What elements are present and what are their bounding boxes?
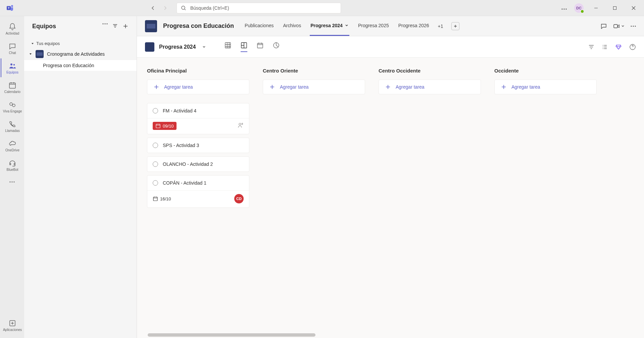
rail-more-button[interactable] (1, 175, 23, 189)
svg-rect-24 (225, 43, 231, 48)
team-row[interactable]: Cronograma de Actividades (24, 48, 137, 60)
filter-icon[interactable] (112, 23, 118, 29)
plus-icon (153, 84, 159, 90)
horizontal-scrollbar[interactable] (148, 333, 315, 337)
tab-overflow[interactable]: +1 (438, 23, 443, 29)
add-task-button[interactable]: Agregar tarea (147, 80, 249, 94)
filter-button[interactable] (588, 44, 594, 50)
premium-icon[interactable] (615, 44, 622, 50)
user-avatar[interactable]: DC (574, 3, 584, 13)
teams-section-toggle[interactable]: Tus equipos (24, 39, 137, 48)
chat-icon (8, 42, 16, 50)
task-card[interactable]: SPS - Actividad 3 (147, 138, 249, 153)
search-input[interactable]: Búsqueda (Ctrl+E) (177, 3, 341, 13)
task-complete-radio[interactable] (153, 143, 158, 148)
bucket: Centro OccidenteAgregar tarea (379, 68, 481, 328)
close-button[interactable] (627, 3, 640, 13)
meet-button[interactable] (613, 23, 625, 30)
settings-more-button[interactable] (560, 4, 568, 12)
task-complete-radio[interactable] (153, 180, 158, 186)
add-tab-button[interactable] (451, 22, 459, 30)
rail-activity[interactable]: Actividad (1, 19, 23, 38)
nav-forward-button[interactable] (160, 3, 170, 13)
task-complete-radio[interactable] (153, 108, 158, 113)
svg-point-11 (10, 103, 12, 105)
bucket-header[interactable]: Oficina Principal (147, 68, 249, 74)
panel-more-button[interactable] (102, 23, 108, 25)
svg-point-19 (107, 23, 108, 25)
rail-viva[interactable]: Viva Engage (1, 97, 23, 116)
tab-posts[interactable]: Publicaciones (244, 16, 274, 36)
bucket-header[interactable]: Centro Occidente (379, 68, 481, 74)
plan-avatar (145, 42, 154, 52)
rail-chat[interactable]: Chat (1, 39, 23, 58)
teams-icon (8, 62, 16, 70)
rail-calendar[interactable]: Calendario (1, 78, 23, 97)
plus-icon (269, 84, 275, 90)
channel-more-button[interactable] (631, 26, 636, 27)
tab-progresa-2024[interactable]: Progresa 2024 (310, 16, 349, 36)
channel-name: Progresa con Educación (163, 22, 234, 30)
view-board-button[interactable] (241, 42, 247, 52)
rail-calls[interactable]: Llamadas (1, 117, 23, 136)
task-complete-radio[interactable] (153, 161, 158, 167)
svg-point-22 (633, 26, 634, 27)
task-title: OLANCHO - Actividad 2 (163, 161, 213, 167)
add-task-button[interactable]: Agregar tarea (379, 80, 481, 94)
help-icon[interactable] (629, 44, 636, 50)
conversation-icon[interactable] (600, 23, 607, 30)
search-placeholder: Búsqueda (Ctrl+E) (190, 5, 229, 11)
svg-point-17 (103, 23, 104, 25)
tab-files[interactable]: Archivos (282, 16, 302, 36)
svg-text:T: T (8, 6, 10, 10)
svg-point-12 (12, 104, 15, 107)
rail-bluebot[interactable]: BlueBot (1, 156, 23, 175)
headset-icon (8, 159, 16, 167)
rail-onedrive[interactable]: OneDrive (1, 136, 23, 155)
svg-point-5 (564, 8, 565, 9)
rail-apps[interactable]: Aplicaciones (1, 316, 23, 335)
rail-teams[interactable]: Equipos (1, 58, 23, 77)
svg-rect-7 (613, 6, 616, 9)
bell-icon (8, 23, 16, 31)
plan-dropdown[interactable] (202, 45, 206, 49)
view-charts-button[interactable] (273, 42, 280, 52)
svg-rect-10 (9, 83, 15, 88)
svg-point-31 (242, 124, 243, 125)
add-task-button[interactable]: Agregar tarea (494, 80, 597, 94)
tab-progresa-2025[interactable]: Progresa 2025 (357, 16, 390, 36)
task-card[interactable]: COPÁN - Actividad 116/10CD (147, 175, 249, 208)
svg-rect-20 (614, 25, 617, 28)
plus-icon (501, 84, 507, 90)
channel-row[interactable]: Progresa con Educación (24, 60, 137, 71)
nav-back-button[interactable] (148, 3, 158, 13)
presence-indicator (580, 9, 584, 13)
bucket-header[interactable]: Occidente (494, 68, 597, 74)
assign-button[interactable] (238, 122, 244, 130)
maximize-button[interactable] (608, 3, 621, 13)
add-team-button[interactable] (122, 23, 129, 29)
svg-point-23 (635, 26, 636, 27)
svg-rect-32 (153, 197, 157, 201)
group-button[interactable] (602, 44, 608, 50)
chevron-down-icon (621, 25, 625, 28)
plan-name: Progresa 2024 (159, 44, 196, 50)
svg-point-6 (566, 8, 567, 9)
due-date-badge: 16/10 (153, 196, 171, 201)
svg-point-4 (562, 8, 563, 9)
plus-icon (385, 84, 391, 90)
view-grid-button[interactable] (225, 42, 231, 52)
task-card[interactable]: FM - Actividad 409/10 (147, 103, 249, 134)
svg-rect-26 (257, 43, 263, 48)
task-title: COPÁN - Actividad 1 (163, 180, 206, 186)
chevron-down-icon (345, 23, 349, 28)
tab-progresa-2026[interactable]: Progresa 2026 (398, 16, 430, 36)
calendar-icon (153, 196, 158, 201)
task-card[interactable]: OLANCHO - Actividad 2 (147, 156, 249, 172)
bucket: OccidenteAgregar tarea (494, 68, 597, 328)
assignee-avatar[interactable]: CD (234, 194, 244, 203)
add-task-button[interactable]: Agregar tarea (263, 80, 365, 94)
view-schedule-button[interactable] (257, 42, 263, 52)
bucket-header[interactable]: Centro Oriente (263, 68, 365, 74)
minimize-button[interactable] (590, 3, 602, 13)
